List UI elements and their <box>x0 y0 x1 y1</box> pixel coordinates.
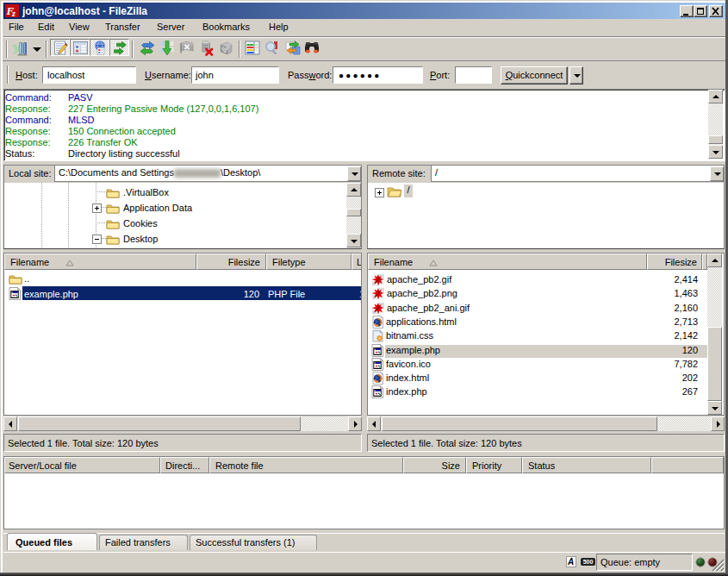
svg-text:z: z <box>11 9 16 18</box>
